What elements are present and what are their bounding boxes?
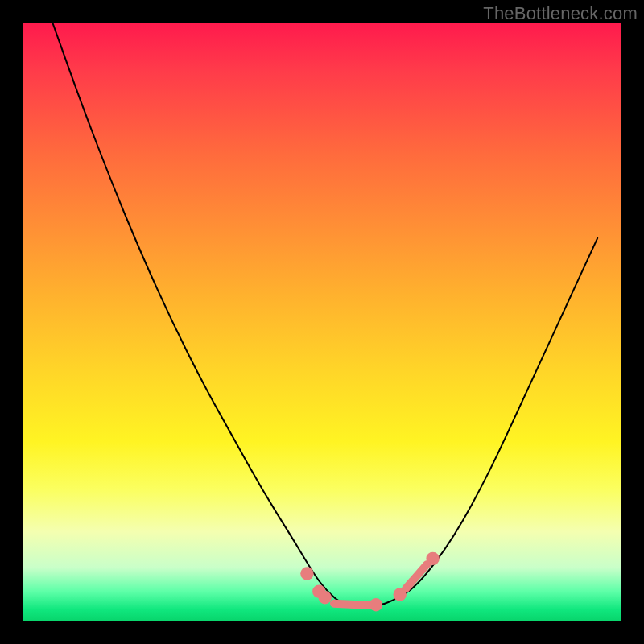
marker-dot <box>300 567 313 580</box>
marker-dot <box>319 591 332 604</box>
watermark-text: TheBottleneck.com <box>483 3 638 24</box>
bottleneck-curve <box>52 23 597 606</box>
marker-dot <box>426 552 439 565</box>
chart-svg <box>23 23 621 621</box>
chart-plot-area <box>23 23 621 621</box>
marker-dot <box>369 598 382 611</box>
marker-bar <box>334 604 370 605</box>
